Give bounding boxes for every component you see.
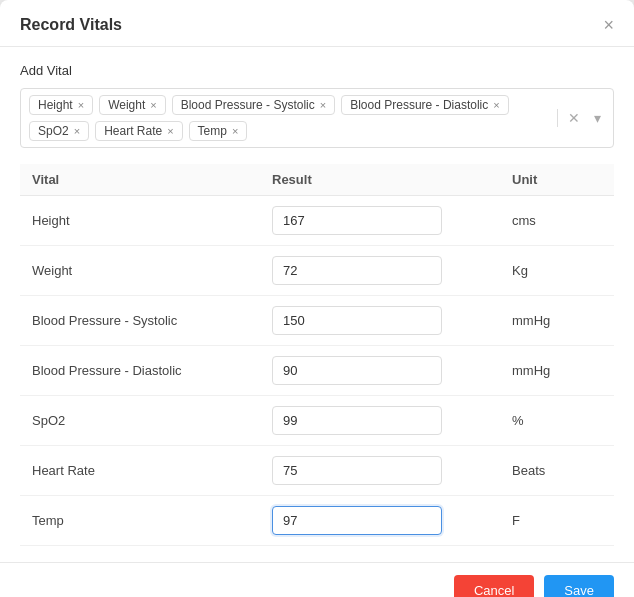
table-row: SpO2 % [20, 396, 614, 446]
tag-close-bp-diastolic[interactable]: × [493, 100, 499, 111]
vital-input-height[interactable] [272, 206, 442, 235]
add-vital-label: Add Vital [20, 63, 614, 78]
tag-close-bp-systolic[interactable]: × [320, 100, 326, 111]
vital-result-cell [260, 196, 500, 246]
vital-result-cell [260, 346, 500, 396]
modal-body: Add Vital Height×Weight×Blood Pressure -… [0, 47, 634, 562]
tags-clear-button[interactable]: ✕ [564, 108, 584, 128]
tag-temp: Temp× [189, 121, 248, 141]
tag-label: Weight [108, 98, 145, 112]
tag-label: Blood Pressure - Diastolic [350, 98, 488, 112]
vital-unit: mmHg [500, 296, 614, 346]
tags-actions: ✕ ▾ [557, 108, 605, 128]
vital-input-weight[interactable] [272, 256, 442, 285]
tag-spo2: SpO2× [29, 121, 89, 141]
vital-input-temp[interactable] [272, 506, 442, 535]
tags-dropdown-button[interactable]: ▾ [590, 108, 605, 128]
save-button[interactable]: Save [544, 575, 614, 597]
tag-close-temp[interactable]: × [232, 126, 238, 137]
table-row: Height cms [20, 196, 614, 246]
modal-title: Record Vitals [20, 16, 122, 34]
vital-result-cell [260, 446, 500, 496]
vital-unit: mmHg [500, 346, 614, 396]
vital-name: Weight [20, 246, 260, 296]
col-vital-header: Vital [20, 164, 260, 196]
vital-unit: Kg [500, 246, 614, 296]
vital-unit: cms [500, 196, 614, 246]
tags-container: Height×Weight×Blood Pressure - Systolic×… [20, 88, 614, 148]
vital-result-cell [260, 296, 500, 346]
record-vitals-modal: Record Vitals × Add Vital Height×Weight×… [0, 0, 634, 597]
tag-heart-rate: Heart Rate× [95, 121, 182, 141]
col-unit-header: Unit [500, 164, 614, 196]
tag-close-heart-rate[interactable]: × [167, 126, 173, 137]
tag-label: Blood Pressure - Systolic [181, 98, 315, 112]
tag-bp-diastolic: Blood Pressure - Diastolic× [341, 95, 509, 115]
vitals-table: Vital Result Unit Height cms Weight Kg B… [20, 164, 614, 546]
modal-header: Record Vitals × [0, 0, 634, 47]
vital-input-blood-pressure---diastolic[interactable] [272, 356, 442, 385]
vital-unit: Beats [500, 446, 614, 496]
table-header-row: Vital Result Unit [20, 164, 614, 196]
modal-footer: Cancel Save [0, 562, 634, 597]
table-row: Heart Rate Beats [20, 446, 614, 496]
vital-name: Temp [20, 496, 260, 546]
tag-weight: Weight× [99, 95, 166, 115]
vital-name: SpO2 [20, 396, 260, 446]
vital-unit: F [500, 496, 614, 546]
vital-name: Blood Pressure - Systolic [20, 296, 260, 346]
close-button[interactable]: × [603, 16, 614, 34]
tag-label: Temp [198, 124, 227, 138]
tag-label: SpO2 [38, 124, 69, 138]
tag-label: Heart Rate [104, 124, 162, 138]
table-row: Blood Pressure - Diastolic mmHg [20, 346, 614, 396]
tag-bp-systolic: Blood Pressure - Systolic× [172, 95, 336, 115]
tag-label: Height [38, 98, 73, 112]
vital-input-heart-rate[interactable] [272, 456, 442, 485]
vital-result-cell [260, 496, 500, 546]
vital-name: Heart Rate [20, 446, 260, 496]
tag-height: Height× [29, 95, 93, 115]
vital-result-cell [260, 246, 500, 296]
tag-close-weight[interactable]: × [150, 100, 156, 111]
table-row: Blood Pressure - Systolic mmHg [20, 296, 614, 346]
col-result-header: Result [260, 164, 500, 196]
vital-name: Height [20, 196, 260, 246]
vital-input-blood-pressure---systolic[interactable] [272, 306, 442, 335]
vital-unit: % [500, 396, 614, 446]
tag-close-spo2[interactable]: × [74, 126, 80, 137]
table-row: Temp F [20, 496, 614, 546]
cancel-button[interactable]: Cancel [454, 575, 534, 597]
tag-close-height[interactable]: × [78, 100, 84, 111]
vital-input-spo2[interactable] [272, 406, 442, 435]
table-row: Weight Kg [20, 246, 614, 296]
vital-result-cell [260, 396, 500, 446]
divider [557, 109, 558, 127]
vital-name: Blood Pressure - Diastolic [20, 346, 260, 396]
